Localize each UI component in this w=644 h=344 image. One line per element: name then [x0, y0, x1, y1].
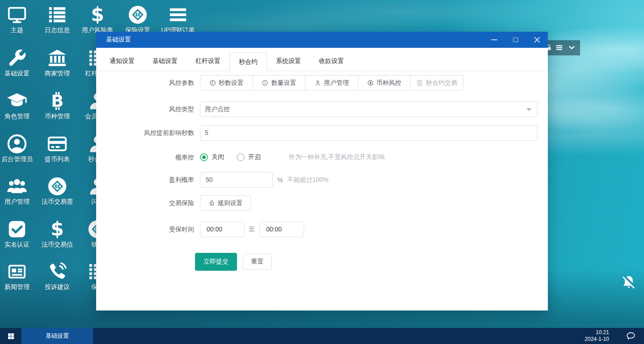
phone-waves-icon [47, 261, 68, 282]
dollar-circle-icon [367, 80, 374, 86]
time-separator: 至 [249, 226, 255, 234]
desktop-icon-fiat-trade-demand[interactable]: 法币交易需 [37, 176, 77, 205]
user-circle-icon [7, 134, 27, 154]
desktop-icon-label: 投诉建议 [37, 283, 77, 290]
desktop-icon-news[interactable]: 新闻管理 [0, 261, 37, 290]
windows-logo-icon [7, 332, 15, 340]
notifications-muted-bell-icon[interactable] [621, 274, 637, 290]
insured-time-from-input[interactable]: 00:00 [200, 222, 245, 237]
desktop-icon-roles[interactable]: 角色管理 [0, 91, 37, 120]
insured-time-range: 00:00 至 00:00 [200, 222, 304, 237]
dollar-icon [87, 4, 108, 25]
window-titlebar: 基础设置 [96, 32, 548, 48]
desktop-icon-coins[interactable]: 币种管理 [37, 91, 77, 120]
desktop-icon-logs[interactable]: 日志信息 [37, 4, 77, 34]
card-icon [47, 134, 68, 154]
minimize-button[interactable] [483, 32, 505, 48]
maximize-button[interactable] [505, 32, 526, 48]
desktop-icon-label: 提币列表 [37, 155, 77, 163]
insured-time-to-input[interactable]: 00:00 [259, 222, 304, 237]
desktop-icon-label: 用户管理 [0, 198, 37, 205]
radio-on[interactable] [237, 153, 245, 161]
users-icon [7, 176, 27, 197]
field-label-insured-time: 受保时间 [96, 222, 194, 237]
tab-payment-settings[interactable]: 收款设置 [310, 48, 353, 71]
check-square-icon [7, 219, 27, 239]
monitor-icon [7, 4, 27, 25]
reset-button[interactable]: 重置 [243, 254, 272, 270]
menu-icon[interactable] [555, 44, 563, 51]
risk-advance-seconds-input[interactable]: 5 [200, 125, 538, 141]
field-label-probability-control: 概率控 [96, 153, 194, 162]
desktop-icon-label: 法币交易信 [37, 241, 77, 248]
desktop-icon-kyc[interactable]: 实名认证 [0, 219, 37, 248]
risk-params-button-group: 秒数设置 数量设置 用户管理 币种风控 秒合约交易 [200, 75, 463, 91]
submit-button[interactable]: 立即提交 [195, 253, 237, 271]
desktop-icon-label: 主题 [0, 26, 37, 34]
radio-off-selected[interactable] [200, 153, 208, 161]
percent-unit: % [277, 176, 283, 184]
profit-probability-input[interactable]: 50 [200, 172, 273, 188]
user-manage-button[interactable]: 用户管理 [305, 76, 358, 90]
desktop-icon-label: 后台管理员 [0, 155, 37, 163]
seconds-setting-button[interactable]: 秒数设置 [200, 76, 253, 90]
newspaper-icon [7, 261, 27, 282]
rule-settings-button[interactable]: 规则设置 [200, 195, 251, 211]
clock-icon [209, 80, 216, 86]
radio-off-label[interactable]: 关闭 [212, 153, 224, 161]
risk-type-select[interactable]: 用户点控 [200, 101, 538, 117]
chevron-down-icon[interactable] [568, 44, 576, 51]
desktop-icon-label: 角色管理 [0, 113, 37, 120]
seconds-contract-trade-button[interactable]: 秒合约交易 [410, 76, 463, 90]
radio-on-label[interactable]: 开启 [248, 153, 261, 161]
desktop-icon-insurance-settings[interactable]: 保险设置 [118, 4, 158, 34]
desktop-icon-withdrawals[interactable]: 提币列表 [37, 134, 77, 163]
dollar-icon [47, 219, 68, 239]
gem-circle-icon [47, 176, 68, 197]
tab-system-settings[interactable]: 系统设置 [267, 48, 310, 71]
clock-time: 10:21 [585, 329, 609, 336]
graduation-cap-icon [7, 91, 27, 111]
user-icon [314, 80, 321, 86]
field-label-risk-type: 风控类型 [96, 101, 194, 117]
desktop-icon-users[interactable]: 用户管理 [0, 176, 37, 205]
desktop-icon-merchant[interactable]: 商家管理 [37, 48, 77, 77]
desktop-icon-user-risk[interactable]: 用户风险率 [77, 4, 118, 34]
desktop-icon-basic-settings[interactable]: 基础设置 [0, 48, 37, 77]
settings-window: 基础设置 通知设置 基础设置 杠杆设置 秒合约 系统设置 收款设置 风控参数 秒… [96, 32, 548, 310]
start-button[interactable] [0, 328, 21, 344]
desktop-icon-admins[interactable]: 后台管理员 [0, 134, 37, 163]
risk-type-value: 用户点控 [205, 105, 230, 113]
tab-basic-settings[interactable]: 基础设置 [144, 48, 186, 71]
tab-leverage-settings[interactable]: 杠杆设置 [186, 48, 229, 71]
quantity-setting-button[interactable]: 数量设置 [253, 76, 305, 90]
desktop-icon-label: 币种管理 [37, 113, 77, 120]
menu-icon [168, 4, 188, 25]
taskbar-clock[interactable]: 10:21 2024-1-10 [585, 329, 609, 343]
probability-control-radios: 关闭 开启 作为一种补充,不受风控总开关影响 [200, 153, 385, 162]
desktop-icon-up-orders[interactable]: UP理财订单 [158, 4, 198, 34]
unlock-icon [208, 200, 215, 206]
desktop-icon-feedback[interactable]: 投诉建议 [37, 261, 77, 290]
list-icon [47, 4, 68, 25]
tab-seconds-contract[interactable]: 秒合约 [229, 52, 267, 71]
document-icon [416, 80, 423, 86]
tab-notify-settings[interactable]: 通知设置 [101, 48, 144, 71]
coin-risk-button[interactable]: 币种风控 [358, 76, 411, 90]
select-caret-icon [526, 108, 532, 111]
desktop-icon-theme[interactable]: 主题 [0, 4, 37, 34]
taskbar-item-basic-settings[interactable]: 基础设置 [21, 328, 93, 344]
window-title: 基础设置 [106, 36, 131, 44]
desktop-icon-label: 基础设置 [0, 70, 37, 77]
close-button[interactable] [526, 32, 548, 48]
wrench-icon [7, 48, 27, 68]
desktop-icon-label: 实名认证 [0, 241, 37, 248]
bank-icon [47, 48, 68, 68]
taskbar: 基础设置 10:21 2024-1-10 [0, 328, 644, 344]
probability-hint: 作为一种补充,不受风控总开关影响 [289, 153, 385, 161]
desktop-icon-fiat-trade-credit[interactable]: 法币交易信 [37, 219, 77, 248]
field-label-trade-insurance: 交易保险 [96, 195, 194, 211]
desktop-icon-label: 日志信息 [37, 26, 77, 34]
clock-date: 2024-1-10 [585, 336, 609, 343]
chat-icon[interactable] [626, 331, 636, 341]
